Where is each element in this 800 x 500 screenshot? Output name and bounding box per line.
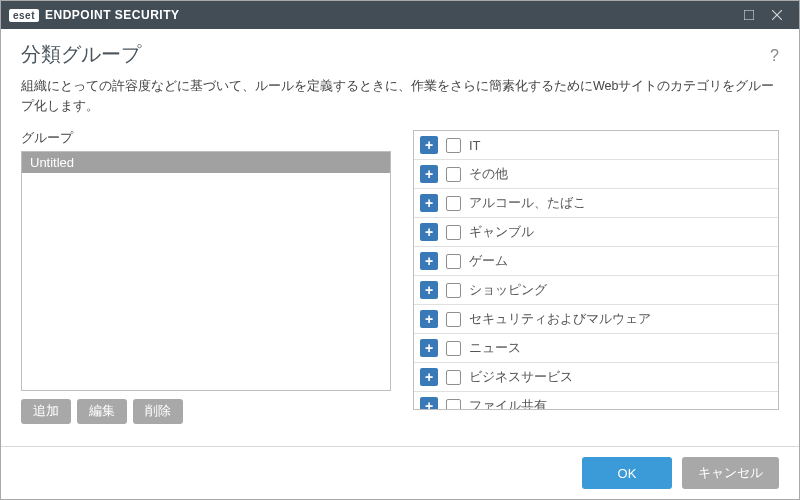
groups-label: グループ — [21, 130, 391, 147]
category-row: +ゲーム — [414, 247, 778, 276]
title-bar: eset ENDPOINT SECURITY — [1, 1, 799, 29]
category-checkbox[interactable] — [446, 283, 461, 298]
category-row: +ビジネスサービス — [414, 363, 778, 392]
category-label: ギャンブル — [469, 223, 534, 241]
category-label: ビジネスサービス — [469, 368, 573, 386]
categories-scroll[interactable]: +IT+その他+アルコール、たばこ+ギャンブル+ゲーム+ショッピング+セキュリテ… — [414, 131, 778, 409]
category-label: その他 — [469, 165, 508, 183]
product-name: ENDPOINT SECURITY — [45, 8, 180, 22]
expand-icon[interactable]: + — [420, 252, 438, 270]
category-checkbox[interactable] — [446, 167, 461, 182]
groups-listbox[interactable]: Untitled — [21, 151, 391, 391]
expand-icon[interactable]: + — [420, 339, 438, 357]
category-checkbox[interactable] — [446, 138, 461, 153]
expand-icon[interactable]: + — [420, 165, 438, 183]
close-icon[interactable] — [763, 1, 791, 29]
help-icon[interactable]: ? — [770, 47, 779, 65]
add-button[interactable]: 追加 — [21, 399, 71, 424]
dialog-header: 分類グループ ? — [1, 29, 799, 74]
dialog-window: eset ENDPOINT SECURITY 分類グループ ? 組織にとっての許… — [0, 0, 800, 500]
category-checkbox[interactable] — [446, 399, 461, 410]
delete-button[interactable]: 削除 — [133, 399, 183, 424]
brand-badge: eset — [9, 9, 39, 22]
svg-rect-0 — [744, 10, 754, 20]
category-row: +ニュース — [414, 334, 778, 363]
expand-icon[interactable]: + — [420, 397, 438, 409]
category-label: ニュース — [469, 339, 521, 357]
category-label: ゲーム — [469, 252, 508, 270]
expand-icon[interactable]: + — [420, 223, 438, 241]
groups-panel: グループ Untitled 追加 編集 削除 — [21, 130, 391, 446]
dialog-description: 組織にとっての許容度などに基づいて、ルールを定義するときに、作業をさらに簡素化す… — [1, 74, 799, 126]
list-item[interactable]: Untitled — [22, 152, 390, 173]
content-area: グループ Untitled 追加 編集 削除 +IT+その他+アルコール、たばこ… — [1, 126, 799, 446]
expand-icon[interactable]: + — [420, 136, 438, 154]
category-row: +ファイル共有 — [414, 392, 778, 409]
categories-panel: +IT+その他+アルコール、たばこ+ギャンブル+ゲーム+ショッピング+セキュリテ… — [413, 130, 779, 410]
expand-icon[interactable]: + — [420, 310, 438, 328]
category-checkbox[interactable] — [446, 225, 461, 240]
category-checkbox[interactable] — [446, 196, 461, 211]
category-checkbox[interactable] — [446, 341, 461, 356]
dialog-footer: OK キャンセル — [1, 446, 799, 499]
category-row: +その他 — [414, 160, 778, 189]
category-row: +ギャンブル — [414, 218, 778, 247]
category-row: +IT — [414, 131, 778, 160]
page-title: 分類グループ — [21, 41, 770, 68]
category-label: ファイル共有 — [469, 397, 547, 409]
category-label: セキュリティおよびマルウェア — [469, 310, 651, 328]
category-row: +セキュリティおよびマルウェア — [414, 305, 778, 334]
minimize-icon[interactable] — [735, 1, 763, 29]
expand-icon[interactable]: + — [420, 368, 438, 386]
category-row: +アルコール、たばこ — [414, 189, 778, 218]
category-label: IT — [469, 138, 481, 153]
category-checkbox[interactable] — [446, 254, 461, 269]
category-label: ショッピング — [469, 281, 547, 299]
ok-button[interactable]: OK — [582, 457, 672, 489]
cancel-button[interactable]: キャンセル — [682, 457, 779, 489]
category-checkbox[interactable] — [446, 312, 461, 327]
expand-icon[interactable]: + — [420, 194, 438, 212]
expand-icon[interactable]: + — [420, 281, 438, 299]
groups-buttons: 追加 編集 削除 — [21, 399, 391, 424]
category-row: +ショッピング — [414, 276, 778, 305]
edit-button[interactable]: 編集 — [77, 399, 127, 424]
category-label: アルコール、たばこ — [469, 194, 586, 212]
category-checkbox[interactable] — [446, 370, 461, 385]
